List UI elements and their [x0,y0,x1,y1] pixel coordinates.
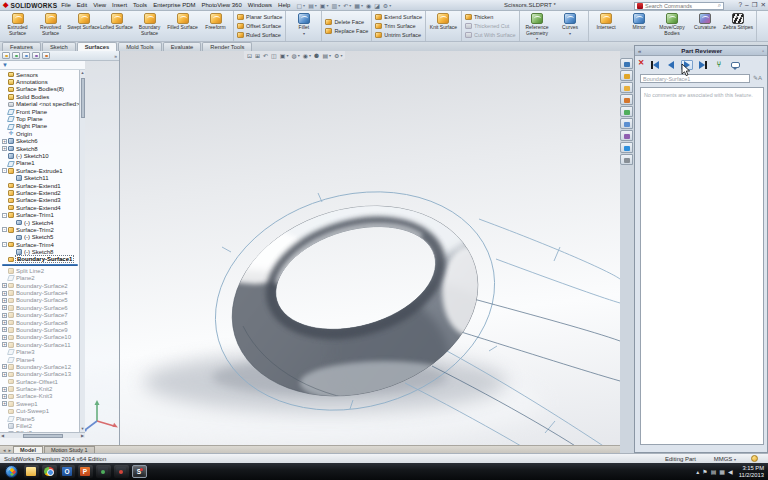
tree-item-material-not-specified[interactable]: Material <not specified> [0,101,84,108]
tree-item-sweep1[interactable]: +Sweep1 [0,400,84,407]
tree-item-surface-knit3[interactable]: +Surface-Knit3 [0,393,84,400]
tree-item-surface-extrude1[interactable]: -Surface-Extrude1 [0,167,84,174]
tree-item-surface-offset1[interactable]: Surface-Offset1 [0,378,84,385]
expand-icon[interactable]: + [2,291,7,296]
section-view-icon[interactable]: ◫ [271,52,277,59]
expand-icon[interactable]: + [2,364,7,369]
fillet-button[interactable]: Fillet▾ [287,11,320,41]
lofted-surface-button[interactable]: Lofted Surface [100,11,133,41]
tree-item-plane2[interactable]: Plane2 [0,275,84,282]
expand-icon[interactable]: + [2,313,7,318]
menu-windows[interactable]: Windows [248,2,272,8]
help-button[interactable]: ? [738,1,742,9]
tree-item-boundary-surface12[interactable]: +Boundary-Surface12 [0,363,84,370]
tree-item-sketch11[interactable]: Sketch11 [0,174,84,181]
tab-features[interactable]: Features [2,42,41,51]
zebra-stripes-button[interactable]: Zebra Stripes [722,11,755,41]
menu-help[interactable]: Help [278,2,290,8]
displaymanager-tab[interactable] [42,52,50,59]
delete-face-button[interactable]: Delete Face [323,17,366,26]
tab-model[interactable]: Model [13,446,43,453]
app-dark-green-icon[interactable] [96,465,111,478]
tab-evaluate[interactable]: Evaluate [163,42,202,51]
action-center-icon[interactable]: ⚑ [702,468,707,475]
tree-item-boundary-surface9[interactable]: +Boundary-Surface9 [0,326,84,333]
zoom-area-icon[interactable]: ⊞ [255,52,260,59]
tree-item-plane3[interactable]: Plane3 [0,348,84,355]
expand-icon[interactable]: - [2,242,7,247]
mirror-button[interactable]: Mirror [623,11,656,41]
search-icon[interactable]: ⌕ [718,2,721,9]
outlook-icon[interactable]: O [60,465,75,478]
expand-icon[interactable]: - [2,227,7,232]
rebuild-icon[interactable]: ◉ [366,2,371,9]
tree-item-boundary-surface6[interactable]: +Boundary-Surface6 [0,304,84,311]
offset-surface-button[interactable]: Offset Surface [235,22,283,31]
tree-item-surface-bodies-8[interactable]: Surface Bodies(8) [0,86,84,93]
filled-surface-button[interactable]: Filled Surface [166,11,199,41]
expand-icon[interactable]: + [2,298,7,303]
tree-item-surface-trim4[interactable]: -Surface-Trim4 [0,241,84,248]
extend-surface-button[interactable]: Extend Surface [373,13,424,22]
extruded-surface-button[interactable]: Extruded Surface [1,11,34,41]
last-feature-button[interactable] [697,60,709,70]
tree-vertical-scrollbar[interactable]: ▲ ▼ [79,70,85,432]
taskbar-clock[interactable]: 3:15 PM 11/2/2013 [736,465,764,478]
tree-item-sketch4[interactable]: (-) Sketch4 [0,219,84,226]
featuremanager-tab[interactable] [2,52,10,59]
tree-horizontal-scrollbar[interactable]: ◀ ▶ [0,432,85,438]
print-icon[interactable]: ▥▾ [332,2,341,9]
volume-icon[interactable]: ◀ [728,468,733,475]
expand-icon[interactable]: - [2,213,7,218]
tree-item-surface-extend2[interactable]: Surface-Extend2 [0,189,84,196]
undo-icon[interactable]: ↶▾ [343,2,351,9]
curvature-button[interactable]: Curvature [689,11,722,41]
rollback-bar[interactable] [2,264,78,266]
scroll-right-icon[interactable]: ▶ [81,433,84,438]
tree-item-fillet2[interactable]: Fillet2 [0,422,84,429]
tree-item-plane1[interactable]: Plane1 [0,160,84,167]
expand-icon[interactable]: + [2,342,7,347]
menu-tools[interactable]: Tools [133,2,147,8]
document-icon[interactable]: ▤ [711,468,717,475]
tree-filter-row[interactable]: ▼ [0,61,85,70]
custom-properties-tab[interactable] [620,118,633,129]
tree-item-surface-extend1[interactable]: Surface-Extend1 [0,182,84,189]
search-input[interactable] [645,3,716,9]
filter-icon[interactable]: ▼ [2,62,8,68]
appearances-scenes-tab[interactable] [620,106,633,117]
scrollbar-thumb[interactable] [81,78,85,118]
tree-item-surface-trim2[interactable]: -Surface-Trim2 [0,226,84,233]
tree-item-boundary-surface8[interactable]: +Boundary-Surface8 [0,319,84,326]
tree-item-sketch10[interactable]: (-) Sketch10 [0,152,84,159]
view-settings-icon[interactable]: ⚙▾ [334,52,342,59]
minimize-button[interactable]: – [745,1,749,9]
search-commands-box[interactable]: ⌕ [634,2,724,10]
start-button[interactable] [5,465,18,478]
windows-explorer-icon[interactable] [24,465,39,478]
tree-item-plane5[interactable]: Plane5 [0,415,84,422]
scrollbar-thumb[interactable] [23,434,63,438]
dimxpertmanager-tab[interactable] [32,52,40,59]
scroll-up-icon[interactable]: ▲ [80,70,85,76]
tree-item-split-line2[interactable]: Split Line2 [0,267,84,274]
tree-item-sketch6[interactable]: +Sketch6 [0,138,84,145]
expand-icon[interactable]: + [2,146,7,151]
menu-view[interactable]: View [93,2,106,8]
options-icon[interactable]: ⚙▾ [383,2,391,9]
previous-view-icon[interactable]: ↶ [263,52,268,59]
comments-box[interactable]: No comments are associated with this fea… [640,87,764,445]
expand-icon[interactable]: + [2,372,7,377]
curves-button[interactable]: Curves▾ [554,11,587,41]
network-icon[interactable]: ▦ [719,468,725,475]
tree-item-surface-extend4[interactable]: Surface-Extend4 [0,204,84,211]
new-document-icon[interactable]: ▢▾ [296,2,305,9]
tabs-scroll-right-icon[interactable]: ▸ [8,447,13,453]
expand-icon[interactable]: + [2,401,7,406]
replace-face-button[interactable]: Replace Face [323,26,370,35]
comment-button[interactable] [729,60,741,70]
restore-button[interactable]: ❐ [752,1,758,9]
tab-surfaces[interactable]: Surfaces [77,42,118,51]
tab-sketch[interactable]: Sketch [42,42,76,51]
forum-tab[interactable] [620,142,633,153]
